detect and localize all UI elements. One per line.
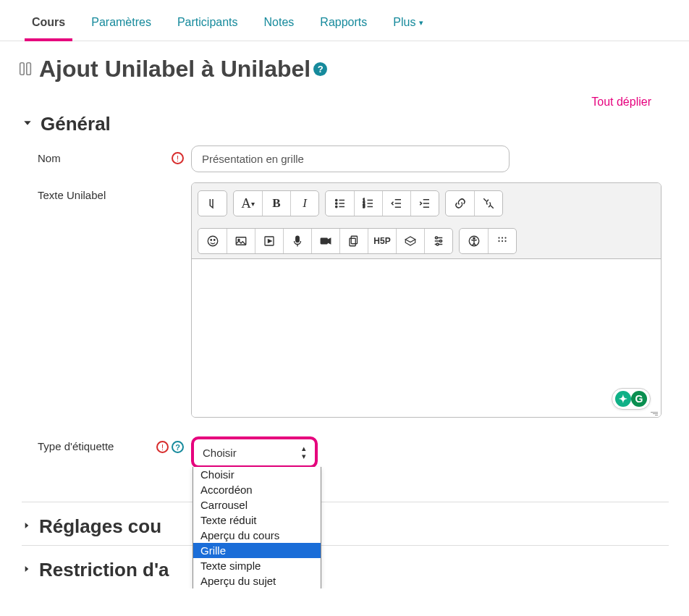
editor-toolbar: A▾ B I 123 xyxy=(192,183,661,259)
outdent-button[interactable] xyxy=(382,191,410,216)
h5p-button[interactable]: H5P xyxy=(368,229,396,253)
svg-line-20 xyxy=(483,198,486,201)
grammarly-icon[interactable]: G xyxy=(631,391,647,407)
expand-all-link[interactable]: Tout déplier xyxy=(591,96,651,108)
section-general-header[interactable]: Général xyxy=(22,113,669,135)
rich-text-editor: A▾ B I 123 xyxy=(191,182,661,418)
option-texte-reduit[interactable]: Texte réduit xyxy=(193,512,321,528)
svg-point-44 xyxy=(498,240,499,242)
bold-button[interactable]: B xyxy=(262,191,290,216)
section-restrict-header[interactable]: Restriction d'a xyxy=(22,545,669,581)
svg-point-6 xyxy=(335,206,337,207)
chevron-down-icon: ▾ xyxy=(417,18,423,27)
italic-button[interactable]: I xyxy=(290,191,318,216)
svg-rect-31 xyxy=(351,236,357,244)
toolbar-toggle-icon[interactable] xyxy=(198,191,227,216)
svg-rect-0 xyxy=(20,62,25,75)
course-tabs: Cours Paramètres Participants Notes Rapp… xyxy=(0,0,689,41)
tab-notes[interactable]: Notes xyxy=(264,9,295,41)
option-texte-simple[interactable]: Texte simple xyxy=(193,558,321,573)
label-type-dropdown: Choisir Accordéon Carrousel Texte réduit… xyxy=(193,467,321,588)
required-icon: ! xyxy=(156,440,169,453)
svg-point-42 xyxy=(502,237,503,238)
option-grille[interactable]: Grille xyxy=(193,543,321,558)
section-general-title: Général xyxy=(41,113,111,135)
svg-rect-32 xyxy=(350,238,355,246)
chevron-right-icon xyxy=(22,564,32,576)
name-input[interactable] xyxy=(191,145,510,172)
grid-button[interactable] xyxy=(488,229,516,253)
svg-rect-28 xyxy=(296,236,300,242)
media-button[interactable] xyxy=(255,229,283,253)
files-button[interactable] xyxy=(339,229,368,253)
svg-point-38 xyxy=(436,243,439,245)
chevron-right-icon xyxy=(22,520,32,533)
svg-point-24 xyxy=(214,240,215,241)
name-label: Nom xyxy=(38,145,153,166)
tab-parametres[interactable]: Paramètres xyxy=(91,9,151,41)
settings-button[interactable] xyxy=(424,229,452,253)
section-restrict-title: Restriction d'a xyxy=(39,559,169,581)
help-icon[interactable]: ? xyxy=(313,62,327,76)
unilabel-text-label: Texte Unilabel xyxy=(38,182,153,203)
tab-plus[interactable]: Plus ▾ xyxy=(393,9,423,41)
required-icon: ! xyxy=(172,151,184,164)
svg-point-41 xyxy=(498,237,499,238)
embed-button[interactable] xyxy=(396,229,424,253)
editor-textarea[interactable]: ✦ G xyxy=(192,259,661,417)
help-icon[interactable]: ? xyxy=(172,439,184,454)
unlink-button[interactable] xyxy=(474,191,502,216)
chevron-down-icon xyxy=(22,117,33,132)
paragraph-style-button[interactable]: A▾ xyxy=(234,191,262,216)
link-button[interactable] xyxy=(446,191,474,216)
option-carrousel[interactable]: Carrousel xyxy=(193,497,321,512)
svg-point-22 xyxy=(208,236,218,246)
option-apercu-cours[interactable]: Aperçu du cours xyxy=(193,528,321,543)
svg-rect-1 xyxy=(27,62,31,75)
svg-text:3: 3 xyxy=(363,204,365,208)
image-button[interactable] xyxy=(227,229,255,253)
svg-point-45 xyxy=(502,240,503,242)
accessibility-button[interactable] xyxy=(460,229,488,253)
microphone-button[interactable] xyxy=(283,229,311,253)
add-badge-icon[interactable]: ✦ xyxy=(615,391,631,407)
resize-handle[interactable] xyxy=(645,407,659,417)
label-type-select[interactable]: Choisir ▴▾ xyxy=(191,436,318,468)
svg-rect-30 xyxy=(321,238,327,244)
svg-line-21 xyxy=(491,206,494,208)
svg-point-2 xyxy=(335,199,337,201)
option-choisir[interactable]: Choisir xyxy=(193,467,321,482)
svg-point-37 xyxy=(440,240,442,242)
olist-button[interactable]: 123 xyxy=(354,191,382,216)
select-arrows-icon: ▴▾ xyxy=(302,444,306,460)
svg-point-36 xyxy=(436,237,438,239)
svg-point-40 xyxy=(473,237,474,239)
label-type-selected: Choisir xyxy=(203,447,237,459)
video-button[interactable] xyxy=(311,229,339,253)
emoji-button[interactable] xyxy=(198,229,227,253)
ulist-button[interactable] xyxy=(326,191,354,216)
svg-point-43 xyxy=(504,237,506,238)
section-common-title: Réglages cou xyxy=(39,515,161,538)
label-type-label: Type d'étiquette xyxy=(38,436,153,454)
svg-point-23 xyxy=(211,240,212,241)
svg-point-4 xyxy=(335,203,337,204)
tab-plus-label: Plus xyxy=(393,16,415,28)
svg-point-46 xyxy=(504,240,506,242)
module-icon xyxy=(17,61,33,80)
tab-participants[interactable]: Participants xyxy=(177,9,238,41)
section-common-header[interactable]: Réglages cou xyxy=(22,502,669,538)
page-title-text: Ajout Unilabel à Unilabel xyxy=(39,56,310,83)
tab-rapports[interactable]: Rapports xyxy=(320,9,367,41)
option-accordeon[interactable]: Accordéon xyxy=(193,482,321,497)
indent-button[interactable] xyxy=(410,191,439,216)
option-apercu-sujet[interactable]: Aperçu du sujet xyxy=(193,573,321,588)
page-title: Ajout Unilabel à Unilabel ? xyxy=(39,56,327,83)
tab-cours[interactable]: Cours xyxy=(32,9,65,41)
